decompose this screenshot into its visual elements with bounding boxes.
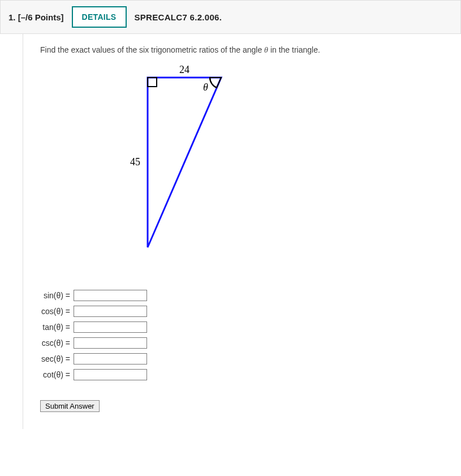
ratio-row: sin(θ) = <box>41 288 147 303</box>
ratio-row: tan(θ) = <box>41 320 147 335</box>
question-header: 1. [–/6 Points] DETAILS SPRECALC7 6.2.00… <box>0 0 461 34</box>
ratio-label-cos: cos(θ) = <box>41 304 72 319</box>
ratio-label-cot: cot(θ) = <box>41 367 72 382</box>
tan-input[interactable] <box>74 321 147 333</box>
ratio-row: csc(θ) = <box>41 336 147 350</box>
ratio-row: cot(θ) = <box>41 367 147 382</box>
sec-input[interactable] <box>74 353 147 364</box>
submit-answer-button[interactable]: Submit Answer <box>40 400 100 412</box>
question-code: SPRECALC7 6.2.006. <box>135 12 222 22</box>
submit-row: Submit Answer <box>40 400 444 412</box>
triangle-figure: 24 45 θ <box>131 66 255 253</box>
svg-rect-1 <box>148 78 157 87</box>
ratio-label-csc: csc(θ) = <box>41 336 72 350</box>
side-top-label: 24 <box>179 64 189 75</box>
csc-input[interactable] <box>74 337 147 349</box>
ratio-label-sec: sec(θ) = <box>41 351 72 366</box>
cos-input[interactable] <box>74 306 147 317</box>
question-content: Find the exact values of the six trigono… <box>23 34 461 429</box>
svg-marker-0 <box>148 78 221 247</box>
ratio-label-sin: sin(θ) = <box>41 288 72 303</box>
side-left-label: 45 <box>130 156 140 168</box>
ratio-row: cos(θ) = <box>41 304 147 319</box>
angle-theta-label: θ <box>203 82 208 93</box>
details-button[interactable]: DETAILS <box>72 6 127 28</box>
question-prompt: Find the exact values of the six trigono… <box>40 45 444 55</box>
answer-grid: sin(θ) = cos(θ) = tan(θ) = csc(θ) = sec(… <box>40 287 444 383</box>
cot-input[interactable] <box>74 369 147 380</box>
ratio-row: sec(θ) = <box>41 351 147 366</box>
question-number: 1. [–/6 Points] <box>8 12 64 22</box>
sin-input[interactable] <box>74 290 147 301</box>
ratio-label-tan: tan(θ) = <box>41 320 72 335</box>
